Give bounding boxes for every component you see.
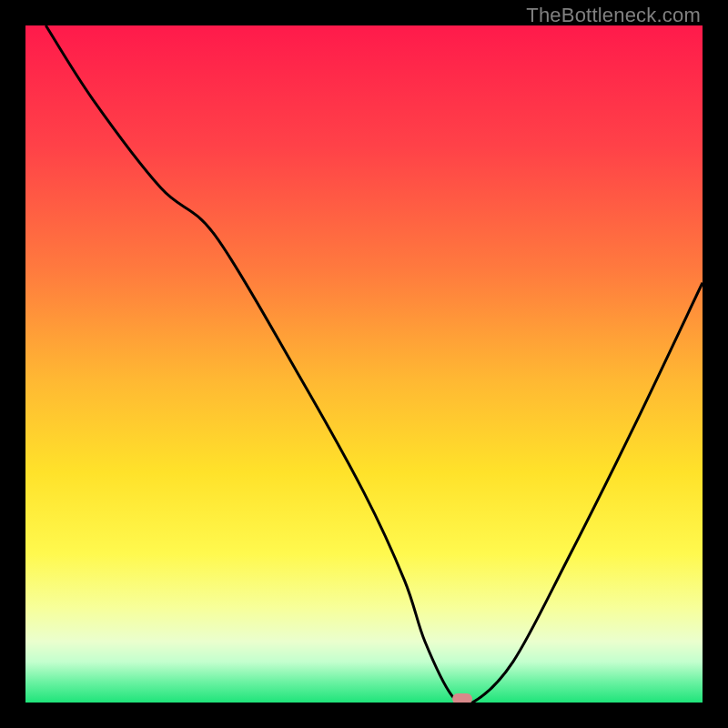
watermark-label: TheBottleneck.com — [526, 4, 701, 27]
chart-frame: TheBottleneck.com — [0, 0, 728, 728]
plot-area — [25, 25, 703, 703]
bottleneck-curve — [25, 25, 703, 703]
minimum-marker — [452, 693, 472, 703]
